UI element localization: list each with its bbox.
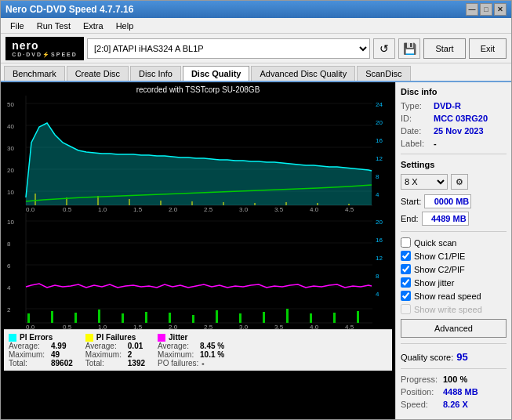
show-write-speed-checkbox[interactable] [401, 304, 411, 314]
show-c2pif-label: Show C2/PIF [414, 265, 465, 274]
advanced-button[interactable]: Advanced [401, 319, 507, 338]
tab-create-disc[interactable]: Create Disc [67, 66, 129, 81]
svg-rect-66 [239, 313, 241, 323]
legend-area: PI Errors Average: 4.99 Maximum: 49 Tota… [4, 329, 392, 371]
pi-max-label: Maximum: [9, 350, 48, 359]
svg-text:4.5: 4.5 [345, 206, 354, 212]
type-value: DVD-R [434, 101, 461, 110]
menu-help[interactable]: Help [110, 20, 140, 32]
disc-date-row: Date: 25 Nov 2023 [401, 126, 507, 136]
svg-rect-69 [310, 313, 312, 323]
show-read-speed-checkbox[interactable] [401, 291, 411, 301]
show-jitter-checkbox[interactable] [401, 277, 411, 288]
exit-button[interactable]: Exit [469, 38, 507, 59]
jitter-max-value: 10.1 % [200, 350, 224, 359]
svg-rect-71 [357, 311, 359, 323]
svg-text:4: 4 [376, 191, 379, 198]
show-c1pie-label: Show C1/PIE [414, 252, 465, 261]
tab-benchmark[interactable]: Benchmark [4, 66, 65, 81]
position-value: 4488 MB [443, 387, 478, 396]
svg-text:4: 4 [376, 291, 379, 298]
tab-scandisc[interactable]: ScanDisc [357, 66, 410, 81]
svg-text:10: 10 [7, 219, 14, 226]
pi-total-label: Total: [9, 359, 48, 368]
svg-rect-68 [286, 309, 289, 323]
svg-rect-58 [51, 311, 53, 323]
window-title: Nero CD-DVD Speed 4.7.7.16 [5, 4, 466, 15]
svg-text:3.5: 3.5 [274, 324, 284, 329]
menu-run-test[interactable]: Run Test [31, 20, 77, 32]
type-label: Type: [401, 101, 430, 110]
toolbar: nero CD·DVD⚡SPEED [2:0] ATAPI iHAS324 A … [1, 34, 511, 63]
main-content: recorded with TSSTcorp SU-208GB 50 40 30… [1, 82, 511, 419]
refresh-icon[interactable]: ↺ [373, 38, 395, 59]
settings-icon[interactable]: ⚙ [451, 174, 468, 190]
date-label: Date: [401, 126, 430, 136]
menu-file[interactable]: File [4, 20, 31, 32]
quality-value: 95 [456, 351, 467, 363]
show-read-speed-row: Show read speed [401, 291, 507, 301]
tab-advanced-disc-quality[interactable]: Advanced Disc Quality [251, 66, 355, 81]
close-window-button[interactable]: ✕ [494, 3, 507, 16]
position-row: Position: 4488 MB [401, 387, 507, 396]
svg-text:1.0: 1.0 [98, 324, 107, 329]
end-input[interactable] [422, 212, 469, 226]
speed-select[interactable]: 8 X [401, 174, 448, 190]
svg-text:8: 8 [376, 273, 379, 280]
progress-value: 100 % [443, 375, 467, 384]
start-input[interactable] [424, 194, 471, 208]
speed-row-2: Speed: 8.26 X [401, 400, 507, 409]
start-button[interactable]: Start [423, 38, 465, 59]
start-label: Start: [401, 197, 421, 206]
pi-avg-value: 4.99 [51, 342, 66, 350]
svg-text:1.5: 1.5 [133, 324, 143, 329]
drive-select[interactable]: [2:0] ATAPI iHAS324 A BL1P [87, 38, 370, 59]
legend-pi-failures: PI Failures Average: 0.01 Maximum: 2 Tot… [85, 333, 145, 368]
svg-text:16: 16 [376, 137, 383, 144]
show-c2pif-checkbox[interactable] [401, 264, 411, 274]
svg-text:4: 4 [7, 284, 11, 291]
svg-text:3.0: 3.0 [239, 324, 249, 329]
show-c1pie-checkbox[interactable] [401, 251, 411, 261]
settings-title: Settings [401, 160, 507, 169]
chart-area: recorded with TSSTcorp SU-208GB 50 40 30… [1, 82, 395, 419]
jitter-total-value: - [202, 359, 204, 368]
maximize-button[interactable]: □ [480, 3, 492, 16]
end-row: End: [401, 212, 507, 226]
minimize-button[interactable]: — [466, 3, 478, 16]
nero-logo: nero CD·DVD⚡SPEED [5, 37, 84, 60]
quick-scan-checkbox[interactable] [401, 237, 411, 248]
disc-id-row: ID: MCC 03RG20 [401, 114, 507, 123]
jitter-max-label: Maximum: [158, 350, 197, 359]
quick-scan-label: Quick scan [414, 238, 456, 248]
svg-rect-67 [263, 312, 265, 323]
svg-rect-61 [122, 313, 124, 323]
jitter-avg-value: 8.45 % [200, 342, 224, 350]
pif-total-value: 1392 [128, 359, 145, 368]
pi-errors-label: PI Errors [20, 333, 53, 342]
progress-label: Progress: [401, 375, 440, 384]
menu-extra[interactable]: Extra [77, 20, 110, 32]
svg-rect-70 [333, 313, 336, 323]
svg-text:4.0: 4.0 [310, 324, 319, 329]
tab-disc-quality[interactable]: Disc Quality [183, 66, 250, 81]
save-icon[interactable]: 💾 [398, 38, 420, 59]
menu-bar: File Run Test Extra Help [1, 18, 511, 34]
quality-score-row: Quality score: 95 [401, 351, 507, 363]
show-write-speed-row: Show write speed [401, 304, 507, 314]
label-value: - [434, 139, 437, 148]
show-jitter-row: Show jitter [401, 277, 507, 288]
tab-disc-info[interactable]: Disc Info [130, 66, 181, 81]
svg-text:0.0: 0.0 [26, 206, 35, 212]
svg-text:0.5: 0.5 [63, 324, 72, 329]
svg-text:16: 16 [376, 237, 383, 244]
svg-text:12: 12 [376, 255, 383, 262]
svg-text:3.0: 3.0 [239, 206, 249, 212]
id-label: ID: [401, 114, 430, 123]
svg-text:10: 10 [7, 189, 14, 196]
svg-rect-59 [74, 313, 77, 323]
chart-top-svg: 50 40 30 20 10 24 20 16 12 8 4 [4, 96, 392, 212]
quick-scan-row: Quick scan [401, 237, 507, 248]
svg-text:20: 20 [376, 219, 383, 226]
quality-label: Quality score: [401, 353, 453, 362]
